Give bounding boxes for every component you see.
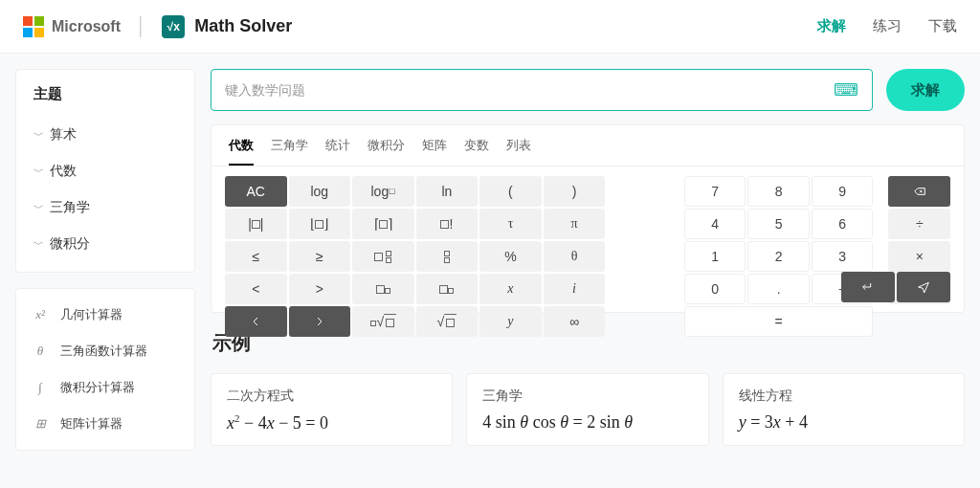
- topic-arithmetic[interactable]: ﹀算术: [33, 117, 177, 153]
- key-sqrt[interactable]: √: [416, 306, 479, 337]
- key-lt[interactable]: <: [225, 274, 287, 304]
- calc-trig[interactable]: θ三角函数计算器: [16, 333, 194, 369]
- chevron-down-icon: ﹀: [33, 237, 44, 252]
- key-pi[interactable]: π: [544, 209, 606, 239]
- kb-tab-list[interactable]: 列表: [506, 137, 531, 166]
- example-equation: y = 3x + 4: [739, 412, 948, 433]
- key-lparen[interactable]: (: [479, 176, 542, 207]
- topic-label: 微积分: [50, 235, 90, 253]
- calculators-card: x²几何计算器 θ三角函数计算器 ∫微积分计算器 ⊞矩阵计算器: [15, 288, 195, 451]
- key-0[interactable]: 0: [684, 274, 746, 304]
- brand-text: Math Solver: [194, 16, 292, 36]
- calc-matrix[interactable]: ⊞矩阵计算器: [16, 406, 194, 442]
- key-8[interactable]: 8: [747, 176, 810, 207]
- calc-calculus[interactable]: ∫微积分计算器: [16, 369, 194, 406]
- key-power[interactable]: [416, 274, 479, 304]
- math-input-box[interactable]: ⌨: [211, 69, 873, 111]
- microsoft-tiles-icon: [23, 16, 44, 37]
- key-abs[interactable]: ||: [225, 209, 287, 239]
- key-ln[interactable]: ln: [416, 176, 479, 207]
- x-squared-icon: x²: [32, 307, 49, 322]
- topic-trig[interactable]: ﹀三角学: [33, 189, 177, 226]
- main: ⌨ 求解 代数 三角学 统计 微积分 矩阵 变数 列表 AC log log☐ …: [211, 69, 965, 451]
- send-icon: [916, 279, 931, 295]
- key-floor[interactable]: ⌊⌋: [289, 209, 351, 239]
- kb-tab-calc[interactable]: 微积分: [368, 137, 405, 166]
- key-submit[interactable]: [897, 272, 950, 302]
- key-factorial[interactable]: !: [416, 209, 479, 239]
- backspace-icon: [912, 184, 927, 199]
- key-nthroot[interactable]: √: [352, 306, 414, 337]
- keyboard-icon[interactable]: ⌨: [834, 79, 858, 100]
- key-1[interactable]: 1: [684, 241, 746, 272]
- keyboard-grid: AC log log☐ ln ( ) 7 8 9 || ⌊⌋ ⌈⌉ ! τ π: [212, 166, 964, 337]
- topic-algebra[interactable]: ﹀代数: [33, 153, 177, 189]
- key-theta[interactable]: θ: [544, 241, 606, 272]
- key-3[interactable]: 3: [812, 241, 874, 272]
- example-quadratic[interactable]: 二次方程式 x2 − 4x − 5 = 0: [211, 373, 453, 446]
- key-ac[interactable]: AC: [225, 176, 287, 207]
- math-solver-icon: √x: [162, 15, 185, 38]
- key-subscript[interactable]: [352, 274, 414, 304]
- key-log[interactable]: log: [289, 176, 351, 207]
- key-i[interactable]: i: [544, 274, 606, 304]
- nav-solve[interactable]: 求解: [817, 17, 846, 35]
- key-dot[interactable]: .: [747, 274, 810, 304]
- key-tau[interactable]: τ: [479, 209, 542, 239]
- key-divide[interactable]: ÷: [888, 209, 950, 239]
- key-5[interactable]: 5: [747, 209, 810, 239]
- header: Microsoft │ √x Math Solver 求解 练习 下载: [0, 0, 980, 54]
- key-enter[interactable]: [841, 272, 895, 302]
- solve-button[interactable]: 求解: [886, 69, 965, 111]
- microsoft-text: Microsoft: [52, 18, 121, 35]
- topic-calculus[interactable]: ﹀微积分: [33, 226, 177, 262]
- example-linear[interactable]: 线性方程 y = 3x + 4: [723, 373, 965, 446]
- key-ceil[interactable]: ⌈⌉: [352, 209, 414, 239]
- calc-label: 几何计算器: [60, 306, 122, 323]
- key-log-base[interactable]: log☐: [352, 176, 414, 207]
- key-6[interactable]: 6: [812, 209, 874, 239]
- example-name: 二次方程式: [227, 388, 436, 405]
- key-left[interactable]: [225, 306, 287, 337]
- key-infinity[interactable]: ∞: [544, 306, 606, 337]
- key-7[interactable]: 7: [684, 176, 746, 207]
- header-nav: 求解 练习 下载: [817, 17, 957, 35]
- key-gt[interactable]: >: [289, 274, 351, 304]
- kb-tab-var[interactable]: 变数: [464, 137, 489, 166]
- integral-icon: ∫: [32, 380, 49, 395]
- key-4[interactable]: 4: [684, 209, 746, 239]
- key-y[interactable]: y: [479, 306, 542, 337]
- brand[interactable]: √x Math Solver: [162, 15, 292, 38]
- example-name: 三角学: [482, 388, 692, 405]
- key-right[interactable]: [289, 306, 351, 337]
- kb-tab-trig[interactable]: 三角学: [271, 137, 308, 166]
- key-mixed-frac[interactable]: [352, 241, 414, 272]
- key-frac[interactable]: [416, 241, 479, 272]
- math-input[interactable]: [225, 82, 834, 98]
- key-multiply[interactable]: ×: [888, 241, 950, 272]
- key-x[interactable]: x: [479, 274, 542, 304]
- kb-tab-algebra[interactable]: 代数: [229, 137, 254, 166]
- example-equation: 4 sin θ cos θ = 2 sin θ: [482, 412, 692, 433]
- example-trig[interactable]: 三角学 4 sin θ cos θ = 2 sin θ: [466, 373, 708, 446]
- microsoft-logo[interactable]: Microsoft: [23, 16, 121, 37]
- nav-download[interactable]: 下载: [928, 17, 957, 35]
- key-leq[interactable]: ≤: [225, 241, 287, 272]
- key-2[interactable]: 2: [747, 241, 810, 272]
- topic-label: 算术: [50, 126, 77, 144]
- chevron-down-icon: ﹀: [33, 201, 44, 215]
- calc-geometry[interactable]: x²几何计算器: [16, 297, 194, 333]
- example-name: 线性方程: [739, 388, 948, 405]
- calc-label: 矩阵计算器: [60, 415, 122, 433]
- keyboard: 代数 三角学 统计 微积分 矩阵 变数 列表 AC log log☐ ln ( …: [211, 124, 965, 313]
- kb-tab-matrix[interactable]: 矩阵: [422, 137, 447, 166]
- key-percent[interactable]: %: [479, 241, 542, 272]
- nav-practice[interactable]: 练习: [873, 17, 902, 35]
- keyboard-tabs: 代数 三角学 统计 微积分 矩阵 变数 列表: [212, 125, 964, 166]
- key-9[interactable]: 9: [812, 176, 874, 207]
- key-equals[interactable]: =: [684, 306, 874, 337]
- kb-tab-stats[interactable]: 统计: [325, 137, 350, 166]
- key-geq[interactable]: ≥: [289, 241, 351, 272]
- key-backspace[interactable]: [888, 176, 950, 207]
- key-rparen[interactable]: ): [544, 176, 606, 207]
